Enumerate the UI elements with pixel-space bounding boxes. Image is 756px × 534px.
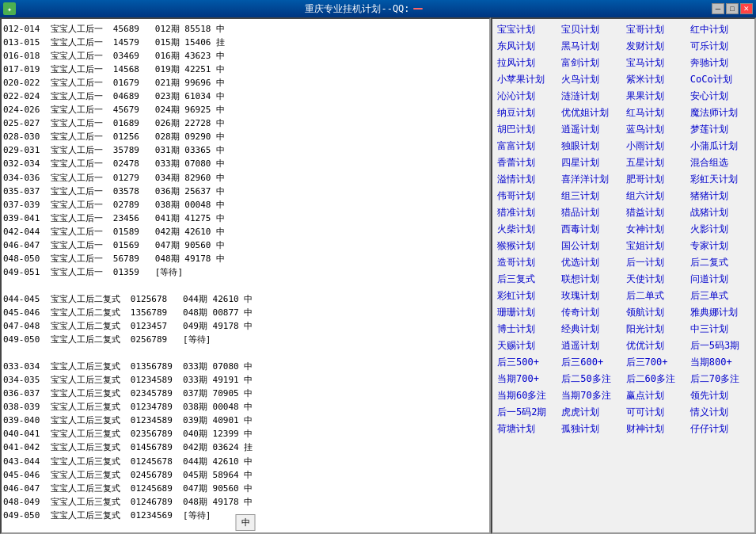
plan-link[interactable]: 联想计划 bbox=[560, 272, 622, 287]
plan-link[interactable]: 肥哥计划 bbox=[625, 172, 687, 187]
plan-link[interactable]: 优选计划 bbox=[560, 255, 622, 270]
plan-link[interactable]: 溢情计划 bbox=[496, 172, 558, 187]
plan-link[interactable]: 小雨计划 bbox=[625, 139, 687, 154]
plan-link[interactable]: 领航计划 bbox=[625, 305, 687, 320]
plan-link[interactable]: 后三单式 bbox=[689, 288, 751, 303]
plan-link[interactable]: 虎虎计划 bbox=[560, 405, 622, 420]
plan-link[interactable]: 宝贝计划 bbox=[560, 22, 622, 37]
plan-link[interactable]: 玫瑰计划 bbox=[560, 288, 622, 303]
plan-link[interactable]: 财神计划 bbox=[625, 421, 687, 437]
plan-link[interactable]: 优优计划 bbox=[625, 338, 687, 353]
plan-link[interactable]: 猎准计划 bbox=[496, 205, 558, 220]
plan-link[interactable]: 黑马计划 bbox=[560, 39, 622, 54]
plan-link[interactable]: 火柴计划 bbox=[496, 222, 558, 237]
plan-link[interactable]: 后二60多注 bbox=[625, 372, 687, 387]
plan-link[interactable]: 富富计划 bbox=[496, 139, 558, 154]
plan-link[interactable]: 逍遥计划 bbox=[560, 122, 622, 137]
plan-link[interactable]: 优优姐计划 bbox=[560, 105, 622, 120]
plan-link[interactable]: 组三计划 bbox=[560, 189, 622, 204]
plan-link[interactable]: 沁沁计划 bbox=[496, 89, 558, 104]
plan-link[interactable]: 问道计划 bbox=[689, 272, 751, 287]
plan-link[interactable]: 可乐计划 bbox=[689, 39, 751, 54]
plan-link[interactable]: 混合组选 bbox=[689, 155, 751, 170]
plan-link[interactable]: 宝哥计划 bbox=[625, 22, 687, 37]
plan-link[interactable]: 天赐计划 bbox=[496, 338, 558, 353]
plan-link[interactable]: 珊珊计划 bbox=[496, 305, 558, 320]
plan-link[interactable]: 造哥计划 bbox=[496, 255, 558, 270]
plan-link[interactable]: 赢点计划 bbox=[625, 388, 687, 403]
plan-link[interactable]: 后三复式 bbox=[496, 272, 558, 287]
plan-link[interactable]: 红马计划 bbox=[625, 105, 687, 120]
plan-link[interactable]: 五星计划 bbox=[625, 155, 687, 170]
plan-link[interactable]: 奔驰计划 bbox=[689, 55, 751, 71]
plan-link[interactable]: 四星计划 bbox=[560, 155, 622, 170]
plan-link[interactable]: 传奇计划 bbox=[560, 305, 622, 320]
plan-link[interactable]: 纳豆计划 bbox=[496, 105, 558, 120]
plan-link[interactable]: 经典计划 bbox=[560, 322, 622, 337]
plan-link[interactable]: 领先计划 bbox=[689, 388, 751, 403]
plan-link[interactable]: 小蒲瓜计划 bbox=[689, 139, 751, 154]
plan-link[interactable]: 当期700+ bbox=[496, 372, 558, 387]
minimize-button[interactable]: ─ bbox=[712, 3, 724, 14]
plan-link[interactable]: 胡巴计划 bbox=[496, 122, 558, 137]
plan-link[interactable]: 后三600+ bbox=[560, 355, 622, 370]
plan-link[interactable]: 后三700+ bbox=[625, 355, 687, 370]
plan-link[interactable]: 猴猴计划 bbox=[496, 238, 558, 254]
plan-link[interactable]: 火鸟计划 bbox=[560, 72, 622, 87]
plan-link[interactable]: 女神计划 bbox=[625, 222, 687, 237]
plan-link[interactable]: 安心计划 bbox=[689, 89, 751, 104]
plan-link[interactable]: 紫米计划 bbox=[625, 72, 687, 87]
plan-link[interactable]: 孤独计划 bbox=[560, 421, 622, 437]
plan-link[interactable]: 博士计划 bbox=[496, 322, 558, 337]
plan-link[interactable]: 魔法师计划 bbox=[689, 105, 751, 120]
plan-link[interactable]: 国公计划 bbox=[560, 238, 622, 254]
plan-link[interactable]: 后一5码2期 bbox=[496, 405, 558, 420]
plan-link[interactable]: 独眼计划 bbox=[560, 139, 622, 154]
plan-link[interactable]: 彩虹计划 bbox=[496, 288, 558, 303]
plan-link[interactable]: 蓝鸟计划 bbox=[625, 122, 687, 137]
plan-link[interactable]: 情义计划 bbox=[689, 405, 751, 420]
plan-link[interactable]: 拉风计划 bbox=[496, 55, 558, 71]
plan-link[interactable]: 后二70多注 bbox=[689, 372, 751, 387]
plan-link[interactable]: 火影计划 bbox=[689, 222, 751, 237]
plan-link[interactable]: 逍遥计划 bbox=[560, 338, 622, 353]
plan-link[interactable]: 富剑计划 bbox=[560, 55, 622, 71]
plan-link[interactable]: 当期70多注 bbox=[560, 388, 622, 403]
plan-link[interactable]: 雅典娜计划 bbox=[689, 305, 751, 320]
plan-link[interactable]: 可可计划 bbox=[625, 405, 687, 420]
plan-link[interactable]: 阳光计划 bbox=[625, 322, 687, 337]
plan-link[interactable]: 果果计划 bbox=[625, 89, 687, 104]
plan-link[interactable]: 彩虹天计划 bbox=[689, 172, 751, 187]
plan-link[interactable]: 组六计划 bbox=[625, 189, 687, 204]
plan-link[interactable]: 梦莲计划 bbox=[689, 122, 751, 137]
plan-link[interactable]: 荷塘计划 bbox=[496, 421, 558, 437]
plan-link[interactable]: 红中计划 bbox=[689, 22, 751, 37]
plan-link[interactable]: 当期800+ bbox=[689, 355, 751, 370]
plan-link[interactable]: 战猪计划 bbox=[689, 205, 751, 220]
plan-link[interactable]: 小苹果计划 bbox=[496, 72, 558, 87]
plan-link[interactable]: 西毒计划 bbox=[560, 222, 622, 237]
plan-link[interactable]: 猪猪计划 bbox=[689, 189, 751, 204]
plan-link[interactable]: 后二单式 bbox=[625, 288, 687, 303]
plan-link[interactable]: 后一5码3期 bbox=[689, 338, 751, 353]
plan-link[interactable]: 当期60多注 bbox=[496, 388, 558, 403]
plan-link[interactable]: 东风计划 bbox=[496, 39, 558, 54]
plan-link[interactable]: CoCo计划 bbox=[689, 72, 751, 87]
plan-link[interactable]: 专家计划 bbox=[689, 238, 751, 254]
plan-link[interactable]: 后三500+ bbox=[496, 355, 558, 370]
plan-link[interactable]: 天使计划 bbox=[625, 272, 687, 287]
plan-link[interactable]: 仔仔计划 bbox=[689, 421, 751, 437]
plan-link[interactable]: 伟哥计划 bbox=[496, 189, 558, 204]
plan-link[interactable]: 宝姐计划 bbox=[625, 238, 687, 254]
left-panel[interactable]: 012-014 宝宝人工后一 45689 012期 85518 中 013-01… bbox=[0, 17, 491, 534]
plan-link[interactable]: 后一计划 bbox=[625, 255, 687, 270]
plan-link[interactable]: 猎益计划 bbox=[625, 205, 687, 220]
close-button[interactable]: ✕ bbox=[740, 3, 753, 14]
plan-link[interactable]: 香蕾计划 bbox=[496, 155, 558, 170]
plan-link[interactable]: 宝马计划 bbox=[625, 55, 687, 71]
plan-link[interactable]: 涟涟计划 bbox=[560, 89, 622, 104]
plan-link[interactable]: 喜洋洋计划 bbox=[560, 172, 622, 187]
plan-link[interactable]: 后二50多注 bbox=[560, 372, 622, 387]
plan-link[interactable]: 发财计划 bbox=[625, 39, 687, 54]
plan-link[interactable]: 后二复式 bbox=[689, 255, 751, 270]
